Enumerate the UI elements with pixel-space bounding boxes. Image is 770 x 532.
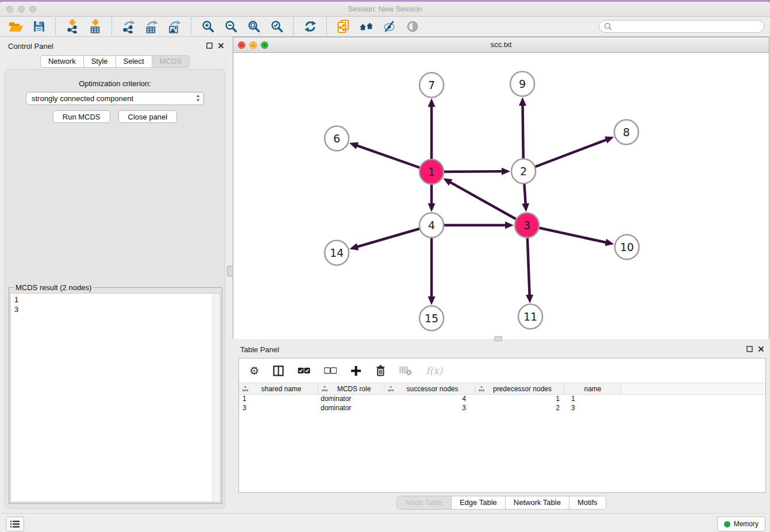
graph-node-2[interactable]: 2	[511, 159, 536, 184]
network-canvas[interactable]: 7968124314101511	[233, 53, 769, 339]
result-scrollbar[interactable]	[212, 294, 220, 502]
column-header-icon	[242, 386, 248, 391]
table-cell[interactable]: 4	[384, 395, 475, 404]
splitter-grip-horizontal[interactable]	[494, 336, 502, 341]
table-cell[interactable]: dominator	[318, 404, 384, 413]
graph-node-9[interactable]: 9	[510, 72, 534, 97]
table-row[interactable]: 3dominator323	[239, 404, 765, 413]
table-cell[interactable]: 1	[475, 395, 564, 404]
network-window-titlebar[interactable]: × − + scc.txt	[233, 37, 769, 53]
table-settings-gear-icon[interactable]: ⚙	[249, 365, 259, 376]
graph-node-1[interactable]: 1	[419, 160, 444, 184]
table-cell[interactable]: 1	[564, 395, 622, 404]
float-panel-icon[interactable]	[206, 43, 213, 49]
graph-edge-arrowhead	[349, 243, 359, 250]
tab-motifs[interactable]: Motifs	[569, 496, 606, 509]
graph-node-label: 14	[330, 246, 344, 259]
zoom-selected-icon[interactable]	[265, 17, 288, 36]
toolbar-separator	[55, 18, 56, 35]
column-header-MCDS-role[interactable]: MCDS role	[318, 383, 384, 394]
criterion-value: strongly connected component	[32, 94, 133, 103]
graph-edge-arrowhead	[428, 98, 436, 107]
import-table-icon[interactable]	[84, 17, 107, 36]
export-network-icon[interactable]	[117, 17, 140, 36]
table-cell[interactable]: dominator	[318, 395, 384, 404]
column-header-name[interactable]: name	[564, 383, 622, 394]
import-network-icon[interactable]	[61, 17, 84, 36]
table-cell[interactable]: 1	[239, 395, 318, 404]
graph-edge-arrowhead	[605, 136, 614, 143]
mcds-result-area[interactable]: 13	[10, 293, 221, 502]
graph-edge-arrowhead	[349, 142, 359, 149]
column-header-icon	[322, 386, 328, 391]
search-icon	[604, 22, 612, 30]
graph-node-7[interactable]: 7	[419, 73, 444, 98]
main-toolbar	[0, 17, 770, 37]
tab-node-table[interactable]: Node Table	[397, 496, 451, 509]
graph-edge-2-8[interactable]	[523, 140, 607, 171]
splitter-grip-vertical[interactable]	[227, 266, 233, 276]
refresh-layout-icon[interactable]	[299, 17, 322, 36]
select-all-checkboxes-icon[interactable]	[298, 367, 310, 374]
save-session-icon[interactable]	[28, 17, 51, 36]
zoom-fit-icon[interactable]	[242, 17, 265, 36]
toolbar-separator	[293, 18, 294, 35]
graph-node-14[interactable]: 14	[325, 241, 349, 265]
clone-network-icon[interactable]	[332, 17, 355, 36]
graph-node-label: 10	[620, 241, 634, 253]
graph-node-10[interactable]: 10	[615, 235, 639, 260]
show-graphics-details-icon[interactable]	[401, 17, 424, 36]
export-table-icon[interactable]	[140, 17, 163, 36]
graph-node-4[interactable]: 4	[419, 213, 444, 238]
control-tab-select[interactable]: Select	[116, 55, 152, 68]
graph-node-label: 3	[523, 219, 530, 232]
zoom-in-icon[interactable]	[197, 17, 220, 36]
tab-network-table[interactable]: Network Table	[505, 496, 569, 509]
graph-node-label: 6	[333, 132, 340, 145]
show-column-icon[interactable]	[273, 365, 284, 376]
control-tab-style[interactable]: Style	[83, 55, 116, 68]
column-header-shared-name[interactable]: shared name	[239, 383, 318, 394]
control-tab-mcds[interactable]: MCDS	[152, 55, 190, 68]
close-panel-icon[interactable]	[218, 43, 224, 49]
delete-column-trash-icon[interactable]	[375, 365, 386, 376]
task-history-button[interactable]	[6, 516, 24, 531]
tab-edge-table[interactable]: Edge Table	[451, 496, 505, 509]
run-mcds-button[interactable]: Run MCDS	[53, 110, 110, 123]
graph-edge-arrowhead	[519, 97, 526, 106]
graph-node-8[interactable]: 8	[614, 120, 638, 145]
graph-edge-arrowhead	[428, 296, 436, 305]
graph-node-15[interactable]: 15	[419, 306, 444, 331]
table-cell[interactable]: 3	[239, 404, 318, 413]
search-input[interactable]	[612, 21, 764, 32]
graph-node-6[interactable]: 6	[325, 126, 349, 151]
table-cell[interactable]: 2	[475, 404, 564, 413]
graph-edge-arrowhead	[605, 239, 614, 246]
hide-graphics-details-icon[interactable]	[378, 17, 401, 36]
criterion-select[interactable]: strongly connected component ▴▾	[26, 92, 204, 105]
open-file-icon[interactable]	[5, 17, 28, 36]
table-cell[interactable]: 3	[384, 404, 475, 413]
graph-edge-3-1[interactable]	[449, 182, 527, 225]
memory-button[interactable]: Memory	[717, 516, 765, 531]
graph-edge-arrowhead	[526, 295, 533, 303]
column-header-predecessor-nodes[interactable]: predecessor nodes	[475, 383, 564, 394]
column-header-successor-nodes[interactable]: successor nodes	[384, 383, 475, 394]
optimization-criterion-label: Optimization criterion:	[5, 79, 225, 88]
deselect-all-checkboxes-icon[interactable]	[324, 367, 337, 374]
zoom-out-icon[interactable]	[220, 17, 242, 36]
toolbar-separator	[111, 18, 113, 35]
table-row[interactable]: 1dominator411	[239, 395, 765, 404]
float-table-panel-icon[interactable]	[746, 346, 753, 352]
export-image-icon[interactable]	[163, 17, 186, 36]
add-column-icon[interactable]	[351, 365, 361, 376]
control-tab-network[interactable]: Network	[40, 55, 84, 68]
close-panel-button[interactable]: Close panel	[118, 110, 178, 123]
column-header-icon	[388, 386, 394, 391]
search-field[interactable]	[599, 20, 764, 33]
table-cell[interactable]: 3	[564, 404, 622, 413]
close-table-panel-icon[interactable]	[758, 346, 764, 352]
first-neighbors-icon[interactable]	[355, 17, 378, 36]
graph-node-11[interactable]: 11	[518, 304, 542, 329]
graph-node-3[interactable]: 3	[515, 213, 539, 238]
